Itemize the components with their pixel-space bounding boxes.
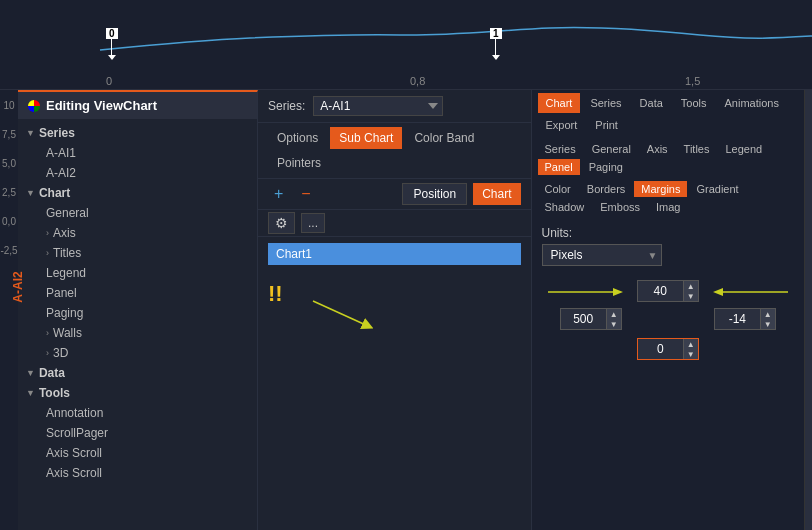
marker-0-arrow — [108, 55, 116, 60]
units-section: Units: Pixels Percent Points ▼ — [532, 218, 805, 274]
sidebar-item-panel[interactable]: Panel — [18, 283, 257, 303]
axis-label-0: 0 — [106, 75, 112, 87]
row3-tabs: Series General Axis Titles Legend Panel … — [532, 138, 805, 178]
chart-active-tab[interactable]: Chart — [473, 183, 520, 205]
spin-left-up[interactable]: ▲ — [607, 309, 621, 319]
tab-series2[interactable]: Series — [538, 141, 583, 157]
sidebar-item-axis-scroll2[interactable]: Axis Scroll — [18, 463, 257, 483]
sidebar-group-tools[interactable]: ▼ Tools — [18, 383, 257, 403]
sidebar-item-axis-scroll1[interactable]: Axis Scroll — [18, 443, 257, 463]
sidebar: Editing ViewChart ▼ Series A-AI1 A-AI2 ▼… — [18, 90, 258, 530]
axis-val-m25: -2,5 — [0, 245, 17, 256]
tab-pointers[interactable]: Pointers — [268, 152, 330, 174]
tab-titles2[interactable]: Titles — [677, 141, 717, 157]
sidebar-item-paging[interactable]: Paging — [18, 303, 257, 323]
spinner-right: ▲ ▼ — [760, 309, 775, 329]
side-label-a-ai2: A-AI2 — [11, 271, 25, 302]
remove-button[interactable]: − — [295, 183, 316, 205]
gear-row: ⚙ ... — [258, 210, 531, 237]
sidebar-item-a-ai1[interactable]: A-AI1 — [18, 143, 257, 163]
tab-options[interactable]: Options — [268, 127, 327, 149]
chevron-walls: › — [46, 328, 49, 338]
marker-1[interactable]: 1 — [490, 28, 502, 60]
arrow-left-svg — [548, 284, 628, 300]
spinner-bottom: ▲ ▼ — [683, 339, 698, 359]
axis-val-25: 2,5 — [2, 187, 16, 198]
spin-right-down[interactable]: ▼ — [761, 319, 775, 329]
sidebar-content: ▼ Series A-AI1 A-AI2 ▼ Chart General › A… — [18, 119, 257, 530]
tab-print[interactable]: Print — [587, 115, 626, 135]
units-select[interactable]: Pixels Percent Points — [542, 244, 662, 266]
marker-1-arrow — [492, 55, 500, 60]
main-area: 10 7,5 5,0 2,5 0,0 -2,5 Editing ViewChar… — [0, 90, 812, 530]
top-chart-area: 0 1 0 0,8 1,5 — [0, 0, 812, 90]
tab-sub-chart[interactable]: Sub Chart — [330, 127, 402, 149]
tab-axis2[interactable]: Axis — [640, 141, 675, 157]
tab-chart[interactable]: Chart — [538, 93, 581, 113]
tab-export[interactable]: Export — [538, 115, 586, 135]
sidebar-group-chart[interactable]: ▼ Chart — [18, 183, 257, 203]
tab-color[interactable]: Color — [538, 181, 578, 197]
tab-series[interactable]: Series — [582, 93, 629, 113]
sidebar-item-annotation[interactable]: Annotation — [18, 403, 257, 423]
sidebar-group-series[interactable]: ▼ Series — [18, 123, 257, 143]
input-left[interactable]: 500 — [561, 309, 606, 329]
tab-general[interactable]: General — [585, 141, 638, 157]
chevron-data: ▼ — [26, 368, 35, 378]
axis-val-50: 5,0 — [2, 158, 16, 169]
sidebar-item-3d[interactable]: › 3D — [18, 343, 257, 363]
content-area: Series: A-AI1 A-AI2 Options Sub Chart Co… — [258, 90, 531, 530]
chevron-3d: › — [46, 348, 49, 358]
gear-button[interactable]: ⚙ — [268, 212, 295, 234]
input-bottom[interactable]: 0 — [638, 339, 683, 359]
axis-label-08: 0,8 — [410, 75, 425, 87]
tab-data[interactable]: Data — [632, 93, 671, 113]
number-inputs-grid: 40 ▲ ▼ — [532, 274, 805, 366]
add-button[interactable]: + — [268, 183, 289, 205]
sidebar-item-a-ai2[interactable]: A-AI2 — [18, 163, 257, 183]
sidebar-group-chart-label: Chart — [39, 186, 70, 200]
tab-panel[interactable]: Panel — [538, 159, 580, 175]
spin-left-down[interactable]: ▼ — [607, 319, 621, 329]
tab-imag[interactable]: Imag — [649, 199, 687, 215]
scrollbar[interactable] — [804, 90, 812, 530]
tab-emboss[interactable]: Emboss — [593, 199, 647, 215]
left-axis: 10 7,5 5,0 2,5 0,0 -2,5 — [0, 90, 18, 530]
axis-val-10: 10 — [3, 100, 14, 111]
spin-right-up[interactable]: ▲ — [761, 309, 775, 319]
tab-legend2[interactable]: Legend — [718, 141, 769, 157]
tab-borders[interactable]: Borders — [580, 181, 633, 197]
row4-tabs: Color Borders Margins Gradient Shadow Em… — [532, 178, 805, 218]
sidebar-item-scrollpager[interactable]: ScrollPager — [18, 423, 257, 443]
spin-bottom-down[interactable]: ▼ — [684, 349, 698, 359]
chevron-tools: ▼ — [26, 388, 35, 398]
series-select[interactable]: A-AI1 A-AI2 — [313, 96, 443, 116]
input-top[interactable]: 40 — [638, 281, 683, 301]
tab-margins[interactable]: Margins — [634, 181, 687, 197]
chart-list-item[interactable]: Chart1 — [268, 243, 521, 265]
marker-0[interactable]: 0 — [106, 28, 118, 60]
marker-0-line — [111, 39, 112, 55]
arrows-overlay — [258, 271, 531, 331]
tab-tools[interactable]: Tools — [673, 93, 715, 113]
toolbar-row: + − Position Chart — [258, 179, 531, 210]
input-right[interactable]: -14 — [715, 309, 760, 329]
sidebar-item-titles[interactable]: › Titles — [18, 243, 257, 263]
spin-top-up[interactable]: ▲ — [684, 281, 698, 291]
sidebar-item-legend[interactable]: Legend — [18, 263, 257, 283]
marker-1-label: 1 — [490, 28, 502, 39]
sidebar-item-general[interactable]: General — [18, 203, 257, 223]
spin-bottom-up[interactable]: ▲ — [684, 339, 698, 349]
tab-gradient[interactable]: Gradient — [689, 181, 745, 197]
sidebar-group-data[interactable]: ▼ Data — [18, 363, 257, 383]
sidebar-item-axis[interactable]: › Axis — [18, 223, 257, 243]
sidebar-item-walls[interactable]: › Walls — [18, 323, 257, 343]
dots-button[interactable]: ... — [301, 213, 325, 233]
tab-shadow[interactable]: Shadow — [538, 199, 592, 215]
tab-color-band[interactable]: Color Band — [405, 127, 483, 149]
arrow-right-svg — [708, 284, 788, 300]
tab-paging2[interactable]: Paging — [582, 159, 630, 175]
axis-val-00: 0,0 — [2, 216, 16, 227]
tab-animations[interactable]: Animations — [717, 93, 787, 113]
spin-top-down[interactable]: ▼ — [684, 291, 698, 301]
